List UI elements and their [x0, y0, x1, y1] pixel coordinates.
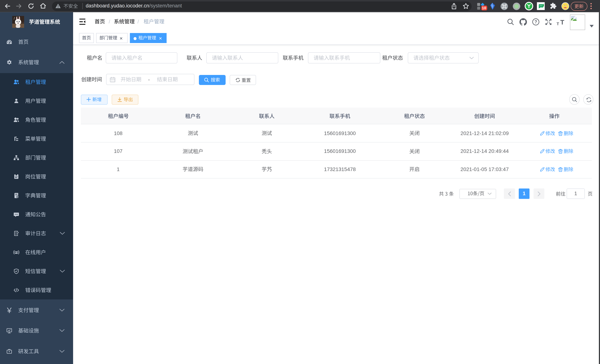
svg-text:?: ? — [534, 19, 537, 24]
